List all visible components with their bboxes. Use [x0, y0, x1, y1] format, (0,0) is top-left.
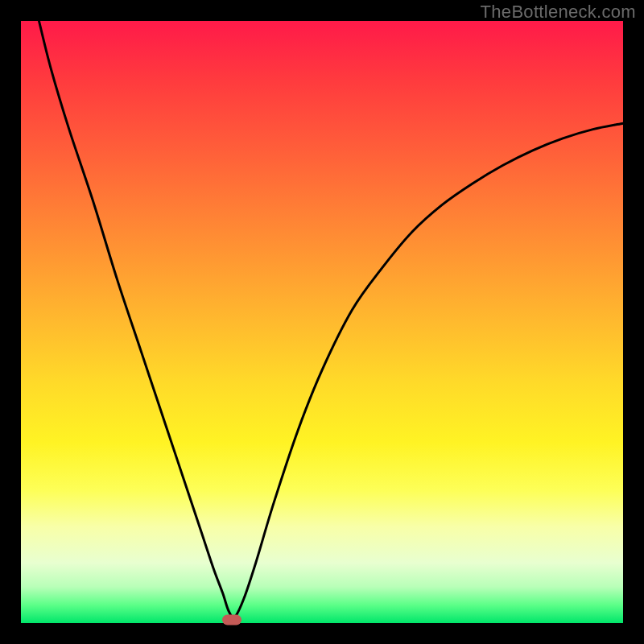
chart-canvas: TheBottleneck.com — [0, 0, 644, 644]
bottleneck-curve — [21, 21, 623, 623]
plot-area — [21, 21, 623, 623]
watermark-text: TheBottleneck.com — [481, 2, 636, 23]
optimal-marker — [222, 615, 242, 625]
